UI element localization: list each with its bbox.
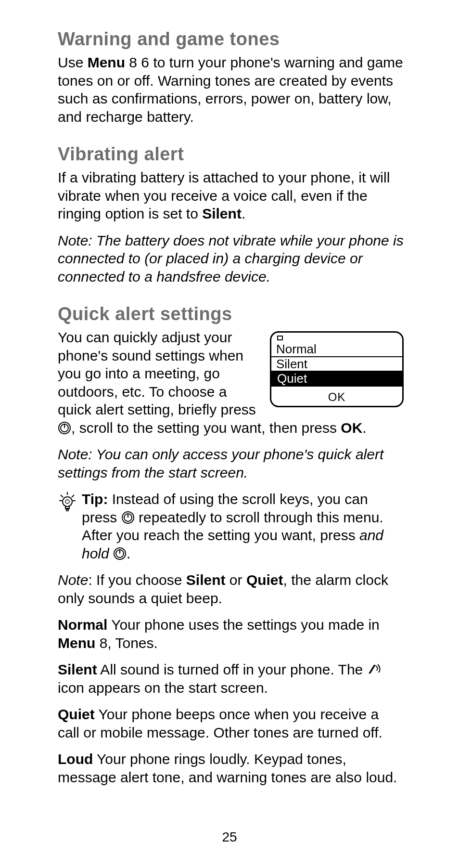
phone-menu-item: Normal [271, 342, 402, 356]
mode-silent: Silent All sound is turned off in your p… [58, 661, 404, 697]
phone-menu: Normal Silent Quiet [271, 333, 402, 389]
svg-point-11 [65, 500, 69, 504]
phone-screen: Normal Silent Quiet OK [270, 331, 404, 407]
mode-loud: Loud Your phone rings loudly. Keypad ton… [58, 750, 404, 786]
power-key-icon [58, 421, 71, 434]
mode-normal: Normal Your phone uses the settings you … [58, 616, 404, 652]
phone-menu-item: Silent [271, 357, 402, 371]
note-vibrating-alert: Note: The battery does not vibrate while… [58, 232, 404, 286]
page-content: Warning and game tones Use Menu 8 6 to t… [0, 0, 459, 786]
mode-quiet: Quiet Your phone beeps once when you rec… [58, 705, 404, 741]
svg-line-6 [61, 495, 63, 497]
section-vibrating-alert: Vibrating alert If a vibrating battery i… [58, 144, 404, 285]
phone-menu-item-selected: Quiet [271, 371, 402, 387]
heading-vibrating-alert: Vibrating alert [58, 144, 404, 165]
note-silent-quiet-alarm: Note: If you choose Silent or Quiet, the… [58, 571, 404, 607]
page-number: 25 [0, 829, 459, 845]
power-key-icon [113, 546, 127, 560]
section-quick-alert: Quick alert settings Normal Silent Qui [58, 304, 404, 786]
svg-line-7 [72, 495, 74, 497]
heading-quick-alert: Quick alert settings [58, 304, 404, 324]
svg-rect-1 [278, 337, 282, 339]
section-warning-tones: Warning and game tones Use Menu 8 6 to t… [58, 29, 404, 126]
phone-status-bar [271, 335, 402, 341]
silent-icon [367, 661, 382, 674]
lightbulb-icon [58, 490, 82, 514]
body-vibrating-alert: If a vibrating battery is attached to yo… [58, 168, 404, 223]
note-quick-start-screen: Note: You can only access your phone's q… [58, 445, 404, 481]
svg-point-10 [63, 497, 72, 506]
phone-softkey-ok: OK [271, 389, 402, 406]
tip-block: Tip: Instead of using the scroll keys, y… [58, 490, 404, 562]
tip-text: Tip: Instead of using the scroll keys, y… [82, 490, 404, 562]
phone-preview: Normal Silent Quiet OK [270, 331, 404, 407]
power-key-icon [121, 510, 135, 524]
signal-icon [276, 335, 285, 341]
quick-alert-wrap: Normal Silent Quiet OK You can quickly a… [58, 328, 404, 445]
heading-warning-tones: Warning and game tones [58, 29, 404, 50]
body-warning-tones: Use Menu 8 6 to turn your phone's warnin… [58, 53, 404, 126]
